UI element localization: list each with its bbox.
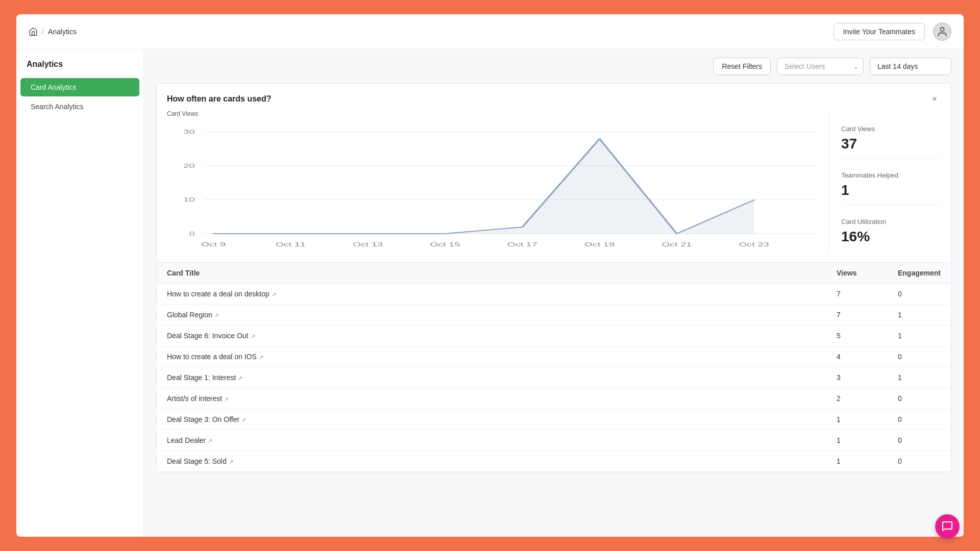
chart-area: Card Views 30 20 — [157, 110, 951, 262]
home-icon[interactable] — [29, 27, 38, 36]
table-cell-views: 5 — [826, 325, 888, 346]
table-cell-title: How to create a deal on desktop↗ — [157, 284, 826, 305]
chart-y-label: Card Views — [167, 110, 818, 117]
sidebar-item-search-analytics[interactable]: Search Analytics — [20, 97, 139, 116]
chat-bubble[interactable] — [935, 514, 960, 539]
external-link-icon[interactable]: ↗ — [214, 312, 219, 318]
card-section-title: How often are cards used? — [167, 94, 272, 104]
table-row: Deal Stage 5: Sold↗10 — [157, 451, 951, 472]
svg-text:20: 20 — [183, 163, 194, 169]
breadcrumb-separator: / — [42, 28, 44, 36]
stat-teammates-helped-value: 1 — [841, 182, 941, 198]
table-cell-title: Deal Stage 3: On Offer↗ — [157, 409, 826, 430]
table-row: Deal Stage 3: On Offer↗10 — [157, 409, 951, 430]
svg-text:Oct 23: Oct 23 — [739, 241, 769, 247]
svg-point-0 — [940, 28, 944, 31]
analytics-table: Card Title Views Engagement How to creat… — [157, 263, 951, 472]
stat-card-utilization-label: Card Utilization — [841, 218, 941, 226]
table-cell-engagement: 0 — [888, 430, 951, 451]
stat-card-utilization-value: 16% — [841, 229, 941, 245]
svg-text:30: 30 — [183, 129, 194, 135]
stat-card-views-label: Card Views — [841, 125, 941, 133]
svg-text:10: 10 — [183, 196, 194, 203]
external-link-icon[interactable]: ↗ — [241, 417, 246, 423]
table-row: How to create a deal on IOS↗40 — [157, 346, 951, 367]
sidebar-title: Analytics — [16, 60, 143, 77]
breadcrumb: / Analytics — [29, 27, 77, 36]
col-views: Views — [826, 263, 888, 284]
table-cell-engagement: 0 — [888, 284, 951, 305]
table-cell-views: 1 — [826, 430, 888, 451]
external-link-icon[interactable]: ↗ — [208, 438, 212, 444]
svg-text:0: 0 — [189, 231, 195, 237]
table-cell-engagement: 0 — [888, 388, 951, 409]
table-cell-engagement: 1 — [888, 325, 951, 346]
table-cell-engagement: 0 — [888, 409, 951, 430]
stat-teammates-helped-label: Teammates Helped — [841, 171, 941, 179]
select-users-wrapper: Select Users — [777, 58, 864, 75]
col-card-title: Card Title — [157, 263, 826, 284]
table-cell-views: 7 — [826, 305, 888, 325]
table-row: Deal Stage 6: Invoice Out↗51 — [157, 325, 951, 346]
chart-stats: Card Views 37 Teammates Helped 1 Card Ut… — [828, 110, 941, 254]
card-section: How often are cards used? × Card Views — [156, 83, 951, 472]
svg-text:Oct 15: Oct 15 — [430, 241, 460, 247]
main-content: Reset Filters Select Users Last 14 days … — [144, 49, 964, 537]
external-link-icon[interactable]: ↗ — [259, 354, 263, 360]
table-row: Deal Stage 1: Interest↗31 — [157, 367, 951, 388]
table-cell-title: Deal Stage 6: Invoice Out↗ — [157, 325, 826, 346]
table-cell-views: 4 — [826, 346, 888, 367]
table-cell-views: 7 — [826, 284, 888, 305]
table-cell-title: How to create a deal on IOS↗ — [157, 346, 826, 367]
table-cell-views: 1 — [826, 409, 888, 430]
avatar[interactable] — [933, 22, 951, 41]
table-cell-title: Lead Dealer↗ — [157, 430, 826, 451]
svg-marker-17 — [213, 139, 754, 234]
sidebar-item-card-analytics[interactable]: Card Analytics — [20, 78, 139, 96]
card-section-header: How often are cards used? × — [157, 84, 951, 110]
table-row: Lead Dealer↗10 — [157, 430, 951, 451]
table-cell-views: 2 — [826, 388, 888, 409]
toolbar: Reset Filters Select Users Last 14 days — [144, 49, 964, 83]
breadcrumb-page: Analytics — [48, 28, 77, 36]
svg-text:Oct 17: Oct 17 — [507, 241, 537, 247]
svg-text:Oct 21: Oct 21 — [662, 241, 692, 247]
svg-text:Oct 13: Oct 13 — [353, 241, 383, 247]
stat-teammates-helped: Teammates Helped 1 — [841, 165, 941, 205]
table-cell-title: Artist/s of interest↗ — [157, 388, 826, 409]
body: Analytics Card Analytics Search Analytic… — [16, 49, 964, 537]
table-cell-views: 3 — [826, 367, 888, 388]
table-cell-title: Deal Stage 5: Sold↗ — [157, 451, 826, 472]
date-filter-button[interactable]: Last 14 days — [870, 58, 951, 75]
table-row: Global Region↗71 — [157, 305, 951, 325]
close-icon[interactable]: × — [928, 93, 941, 105]
table-cell-views: 1 — [826, 451, 888, 472]
table-cell-engagement: 1 — [888, 367, 951, 388]
svg-text:Oct 9: Oct 9 — [201, 241, 226, 247]
external-link-icon[interactable]: ↗ — [224, 396, 229, 402]
stat-card-views: Card Views 37 — [841, 119, 941, 159]
reset-filters-button[interactable]: Reset Filters — [713, 58, 771, 75]
external-link-icon[interactable]: ↗ — [229, 459, 233, 465]
chart-svg: 30 20 10 0 Oct 9 Oct 11 Oct 13 Oct 15 — [167, 121, 818, 254]
external-link-icon[interactable]: ↗ — [238, 375, 242, 381]
table-cell-engagement: 0 — [888, 346, 951, 367]
header-right: Invite Your Teammates — [834, 22, 951, 41]
header: / Analytics Invite Your Teammates — [16, 14, 964, 49]
chart-container: Card Views 30 20 — [167, 110, 818, 254]
col-engagement: Engagement — [888, 263, 951, 284]
stat-card-utilization: Card Utilization 16% — [841, 212, 941, 251]
invite-teammates-button[interactable]: Invite Your Teammates — [834, 23, 925, 40]
table-row: How to create a deal on desktop↗70 — [157, 284, 951, 305]
table-cell-title: Global Region↗ — [157, 305, 826, 325]
svg-text:Oct 11: Oct 11 — [276, 241, 306, 247]
stat-card-views-value: 37 — [841, 136, 941, 152]
external-link-icon[interactable]: ↗ — [272, 291, 276, 297]
table-cell-title: Deal Stage 1: Interest↗ — [157, 367, 826, 388]
table-cell-engagement: 1 — [888, 305, 951, 325]
table-row: Artist/s of interest↗20 — [157, 388, 951, 409]
table-cell-engagement: 0 — [888, 451, 951, 472]
svg-text:Oct 19: Oct 19 — [584, 241, 615, 247]
external-link-icon[interactable]: ↗ — [251, 333, 255, 339]
select-users-dropdown[interactable]: Select Users — [777, 58, 864, 75]
